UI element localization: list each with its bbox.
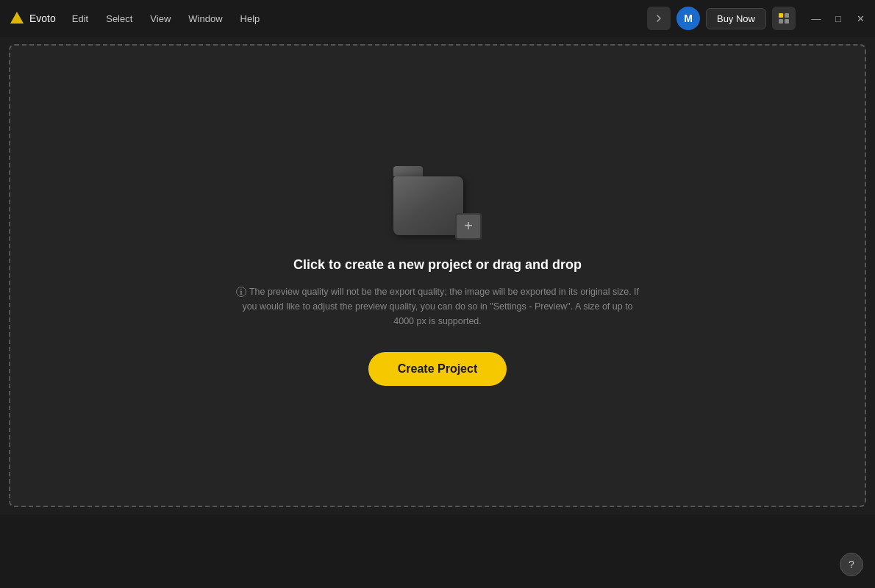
evoto-logo-icon xyxy=(9,10,25,26)
folder-body xyxy=(393,176,463,235)
drop-zone-wrapper: + Click to create a new project or drag … xyxy=(0,37,875,514)
minimize-button[interactable]: — xyxy=(810,12,822,24)
drop-zone[interactable]: + Click to create a new project or drag … xyxy=(9,44,866,507)
window-controls: — □ ✕ xyxy=(810,12,866,24)
menu-window[interactable]: Window xyxy=(179,9,231,29)
app-name: Evoto xyxy=(29,12,56,24)
menu-select[interactable]: Select xyxy=(97,9,141,29)
drop-zone-title: Click to create a new project or drag an… xyxy=(293,257,582,273)
menu-view[interactable]: View xyxy=(141,9,179,29)
info-icon: ℹ xyxy=(236,287,246,297)
main-area: + Click to create a new project or drag … xyxy=(0,37,875,588)
close-button[interactable]: ✕ xyxy=(854,12,866,24)
title-bar-left: Evoto Edit Select View Window Help xyxy=(9,9,647,29)
help-button[interactable]: ? xyxy=(840,553,863,576)
title-bar: Evoto Edit Select View Window Help M Buy… xyxy=(0,0,875,37)
arrow-right-icon xyxy=(654,13,664,24)
maximize-button[interactable]: □ xyxy=(832,12,844,24)
grid-view-button[interactable] xyxy=(772,7,796,30)
user-avatar[interactable]: M xyxy=(676,7,700,30)
folder-icon-wrapper: + xyxy=(393,166,482,240)
svg-marker-0 xyxy=(10,12,24,24)
app-logo: Evoto xyxy=(9,10,56,26)
menu-edit[interactable]: Edit xyxy=(63,9,97,29)
menu-help[interactable]: Help xyxy=(232,9,269,29)
title-bar-right: M Buy Now — □ ✕ xyxy=(647,7,866,30)
sidebar-toggle-button[interactable] xyxy=(647,7,671,30)
folder-tab xyxy=(393,166,423,176)
create-project-button[interactable]: Create Project xyxy=(368,352,507,386)
drop-zone-description: ℹThe preview quality will not be the exp… xyxy=(217,284,658,329)
bottom-bar: ? xyxy=(0,514,875,588)
grid-icon xyxy=(779,13,789,24)
buy-now-button[interactable]: Buy Now xyxy=(706,8,766,29)
plus-badge-icon: + xyxy=(455,213,482,240)
